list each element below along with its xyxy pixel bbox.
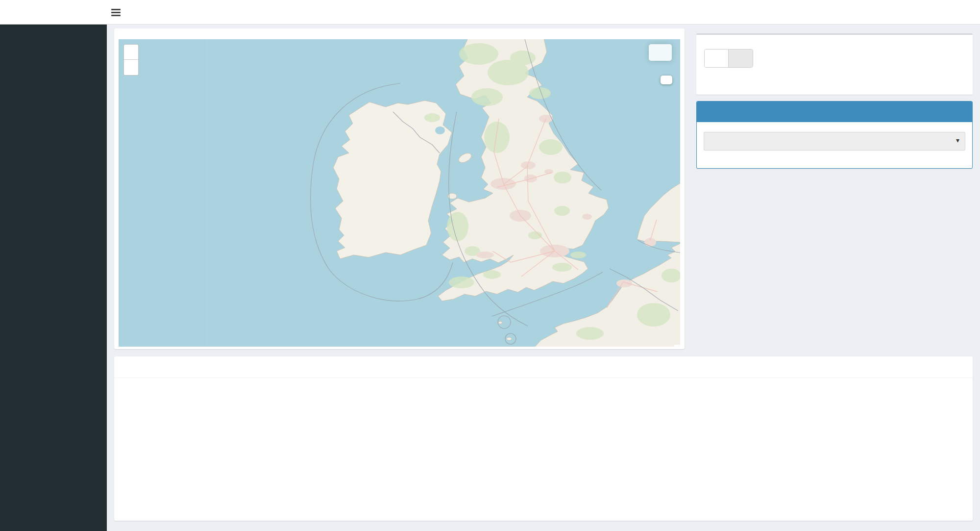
accident-map[interactable] xyxy=(119,39,680,347)
lough-neagh xyxy=(435,126,445,134)
histogram-chart xyxy=(114,380,973,517)
map-zoom-control xyxy=(123,44,139,76)
accident-type-select[interactable] xyxy=(704,132,965,151)
map-canvas xyxy=(119,39,680,347)
top-navbar xyxy=(0,0,980,25)
chart-tabs xyxy=(114,356,973,378)
cluster-options-panel xyxy=(696,33,973,95)
zoom-out-button[interactable] xyxy=(124,60,138,75)
toggle-off-label xyxy=(729,50,753,67)
map-legend xyxy=(649,44,672,61)
layer-control xyxy=(661,76,672,84)
cluster-toggle[interactable] xyxy=(704,49,753,68)
charts-card xyxy=(114,356,973,521)
map-attribution xyxy=(674,345,680,347)
toggle-handle xyxy=(705,50,729,67)
hamburger-menu-icon[interactable] xyxy=(111,7,123,17)
type-panel xyxy=(696,101,973,169)
zoom-in-button[interactable] xyxy=(124,45,138,60)
sidebar xyxy=(0,25,107,531)
minor-swatch xyxy=(655,49,662,57)
map-card xyxy=(114,28,685,349)
accident-type-select-wrap xyxy=(704,132,965,151)
